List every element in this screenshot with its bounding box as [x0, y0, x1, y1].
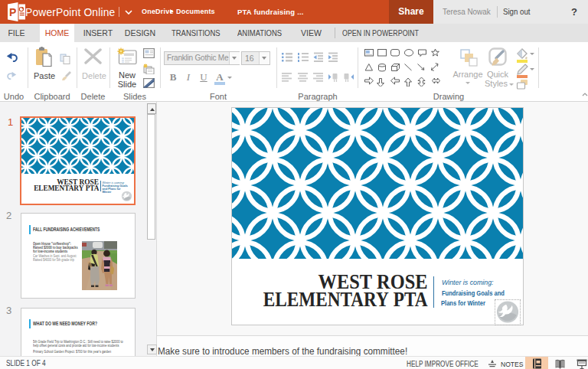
svg-text:P: P — [9, 6, 16, 18]
